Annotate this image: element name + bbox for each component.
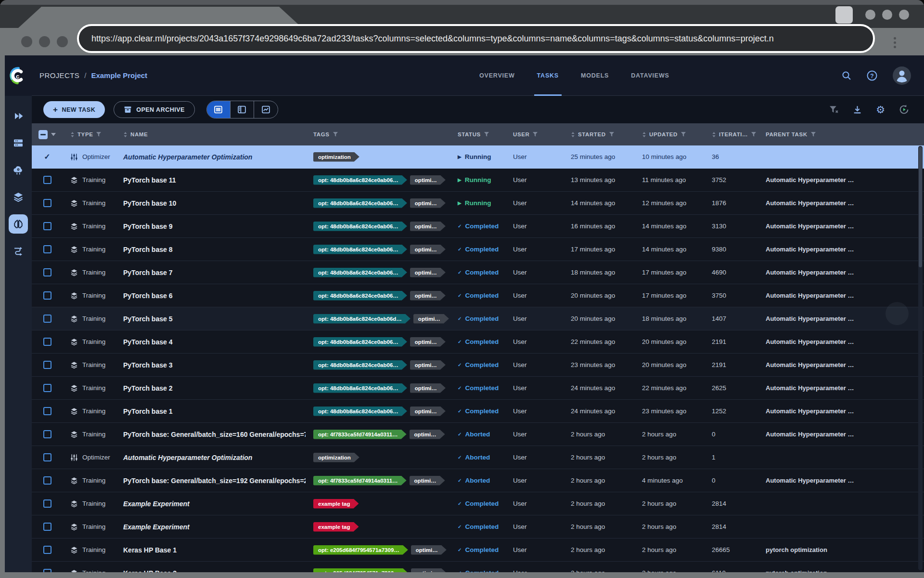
filter-icon[interactable] xyxy=(532,131,538,137)
settings-gear-icon[interactable]: ⚙ xyxy=(876,104,885,116)
column-header-select[interactable] xyxy=(32,130,63,139)
row-checkbox[interactable] xyxy=(43,407,51,415)
tab-overview[interactable]: OVERVIEW xyxy=(479,55,515,96)
address-bar[interactable]: https://app.clear.ml/projects/2043a1657f… xyxy=(77,24,875,53)
cell-name[interactable]: Keras HP Base 2 xyxy=(116,569,306,573)
user-avatar[interactable] xyxy=(892,66,911,85)
cell-name[interactable]: PyTorch base 8 xyxy=(116,246,306,253)
row-checkbox[interactable] xyxy=(43,291,51,300)
cell-name[interactable]: PyTorch base 4 xyxy=(116,338,306,346)
sort-icon[interactable] xyxy=(571,131,575,138)
sort-icon[interactable] xyxy=(70,131,75,138)
sidebar-item-server[interactable] xyxy=(9,133,28,153)
cell-name[interactable]: Example Experiment xyxy=(116,523,306,531)
sort-icon[interactable] xyxy=(642,131,646,138)
row-checkbox[interactable] xyxy=(43,268,51,276)
row-checkbox[interactable] xyxy=(43,199,51,207)
column-header-type[interactable]: TYPE xyxy=(63,131,116,138)
table-row[interactable]: TrainingPyTorch base 2opt: 48db0b8a6c824… xyxy=(32,377,924,400)
cell-name[interactable]: PyTorch base: General/batch_size=160 Gen… xyxy=(116,431,306,438)
auto-refresh-icon[interactable] xyxy=(898,104,910,115)
column-header-started[interactable]: STARTED xyxy=(563,131,634,138)
column-header-parent[interactable]: PARENT TASK xyxy=(758,131,924,137)
column-header-name[interactable]: NAME xyxy=(116,131,306,138)
row-checkbox[interactable] xyxy=(43,523,51,531)
table-row[interactable]: TrainingKeras HP Base 1opt: e205d684f795… xyxy=(32,539,924,562)
vertical-scrollbar[interactable] xyxy=(918,146,923,570)
new-task-button[interactable]: + NEW TASK xyxy=(43,101,105,118)
browser-menu-dots[interactable] xyxy=(865,10,909,20)
chart-view-button[interactable] xyxy=(254,101,278,118)
search-icon[interactable] xyxy=(841,70,852,81)
column-header-tags[interactable]: TAGS xyxy=(306,131,450,137)
row-checkbox[interactable] xyxy=(43,384,51,392)
cell-name[interactable]: Automatic Hyperparameter Optimization xyxy=(116,454,306,461)
table-view-button[interactable] xyxy=(207,101,231,118)
sort-icon[interactable] xyxy=(123,131,128,138)
cell-name[interactable]: PyTorch base 2 xyxy=(116,384,306,392)
breadcrumb-projects[interactable]: PROJECTS xyxy=(39,71,79,79)
row-checkbox[interactable] xyxy=(43,476,51,485)
download-icon[interactable] xyxy=(852,105,862,115)
table-row[interactable]: TrainingPyTorch base 8opt: 48db0b8a6c824… xyxy=(32,238,924,261)
row-checkbox[interactable] xyxy=(43,315,51,323)
table-row[interactable]: TrainingPyTorch base 5opt: 48db0b8a6c824… xyxy=(32,307,924,330)
cell-name[interactable]: PyTorch base 10 xyxy=(116,199,306,207)
table-row[interactable]: TrainingPyTorch base 10opt: 48db0b8a6c82… xyxy=(32,192,924,215)
cell-name[interactable]: PyTorch base: General/batch_size=192 Gen… xyxy=(116,477,306,485)
clearml-logo[interactable]: c xyxy=(5,55,32,96)
column-header-iteration[interactable]: ITERATI… xyxy=(704,131,758,138)
filter-icon[interactable] xyxy=(96,131,102,137)
filter-icon[interactable] xyxy=(810,131,816,137)
browser-window-control[interactable] xyxy=(835,6,853,24)
filter-icon[interactable] xyxy=(484,131,489,137)
sidebar-item-cloud-gear[interactable] xyxy=(9,160,28,180)
cell-name[interactable]: PyTorch base 1 xyxy=(116,407,306,415)
cell-name[interactable]: PyTorch base 5 xyxy=(116,315,306,323)
sidebar-item-brain[interactable] xyxy=(9,214,28,234)
table-row[interactable]: TrainingPyTorch base: General/batch_size… xyxy=(32,469,924,492)
cell-name[interactable]: PyTorch base 11 xyxy=(116,176,306,184)
table-row[interactable]: TrainingPyTorch base 3opt: 48db0b8a6c824… xyxy=(32,354,924,377)
caret-down-icon[interactable] xyxy=(51,133,56,136)
column-header-updated[interactable]: UPDATED xyxy=(634,131,704,138)
table-row[interactable]: TrainingPyTorch base 4opt: 48db0b8a6c824… xyxy=(32,330,924,354)
column-header-user[interactable]: USER xyxy=(505,131,563,137)
table-row[interactable]: TrainingPyTorch base 6opt: 48db0b8a6c824… xyxy=(32,284,924,307)
table-row[interactable]: TrainingExample Experimentexample tag✓Co… xyxy=(32,492,924,515)
tab-dataviews[interactable]: DATAVIEWS xyxy=(631,55,669,96)
row-checkbox[interactable] xyxy=(43,245,51,253)
open-archive-button[interactable]: OPEN ARCHIVE xyxy=(114,101,195,118)
cell-name[interactable]: Example Experiment xyxy=(116,500,306,508)
row-checkbox[interactable] xyxy=(43,338,51,346)
row-checkbox[interactable] xyxy=(43,546,51,554)
scrollbar-thumb[interactable] xyxy=(919,147,922,267)
filter-icon[interactable] xyxy=(751,131,757,137)
cell-name[interactable]: PyTorch base 7 xyxy=(116,269,306,276)
table-row[interactable]: TrainingPyTorch base 1opt: 48db0b8a6c824… xyxy=(32,400,924,423)
table-row[interactable]: TrainingExample Experimentexample tag✓Co… xyxy=(32,515,924,539)
table-row[interactable]: TrainingPyTorch base 7opt: 48db0b8a6c824… xyxy=(32,261,924,284)
sidebar-item-layers[interactable] xyxy=(9,187,28,207)
tab-models[interactable]: MODELS xyxy=(581,55,609,96)
cell-name[interactable]: PyTorch base 9 xyxy=(116,223,306,230)
cell-name[interactable]: PyTorch base 3 xyxy=(116,361,306,369)
clear-filters-icon[interactable] xyxy=(829,105,839,115)
split-view-button[interactable] xyxy=(231,101,254,118)
table-row[interactable]: TrainingPyTorch base 9opt: 48db0b8a6c824… xyxy=(32,215,924,238)
cell-name[interactable]: PyTorch base 6 xyxy=(116,292,306,300)
row-checkbox[interactable] xyxy=(43,222,51,230)
row-checkbox[interactable] xyxy=(43,499,51,508)
table-row[interactable]: TrainingKeras HP Base 2opt: e205d684f795… xyxy=(32,562,924,572)
breadcrumb-current-project[interactable]: Example Project xyxy=(91,71,147,79)
tab-tasks[interactable]: TASKS xyxy=(537,55,559,96)
select-all-checkbox[interactable] xyxy=(38,130,48,139)
cell-name[interactable]: Keras HP Base 1 xyxy=(116,546,306,554)
row-checkbox[interactable] xyxy=(43,176,51,184)
window-traffic-lights[interactable] xyxy=(21,36,68,47)
row-checkbox[interactable] xyxy=(43,569,51,572)
help-icon[interactable]: ? xyxy=(866,70,878,81)
filter-icon[interactable] xyxy=(609,131,615,137)
sidebar-item-double-chevron[interactable] xyxy=(9,106,28,126)
cell-name[interactable]: Automatic Hyperparameter Optimization xyxy=(116,153,306,161)
